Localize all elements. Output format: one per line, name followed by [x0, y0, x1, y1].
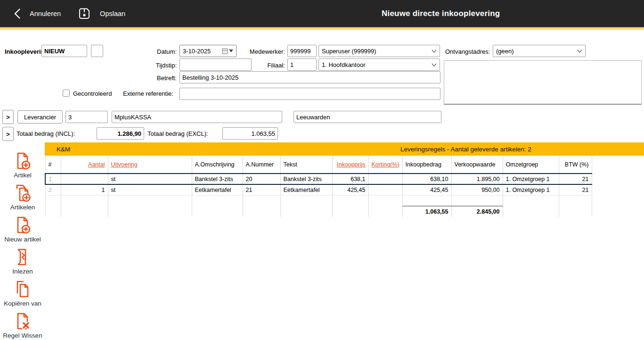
medewerker-value: Superuser (999999): [322, 48, 376, 55]
save-button[interactable]: Opslaan: [77, 6, 125, 21]
verkoopwaarde-total: 2.845,00: [451, 206, 503, 217]
save-label: Opslaan: [100, 10, 125, 17]
cell-nummer[interactable]: 20: [243, 174, 280, 184]
cell-inkoopprijs[interactable]: 425,45: [332, 184, 368, 195]
sidebar-item-inlezen[interactable]: Inlezen: [12, 247, 33, 275]
grid-title-bar: K&M Leveringsregels - Aantal geleverde a…: [45, 142, 644, 156]
leverancier-code-input[interactable]: [65, 111, 108, 123]
cell-inkoopbedrag[interactable]: 638,10: [402, 174, 451, 184]
col-header-verkoopwaarde: Verkoopwaarde: [451, 156, 503, 174]
cell-btw[interactable]: 21: [559, 184, 592, 195]
row-index: 2: [45, 184, 61, 195]
cancel-button[interactable]: Annuleren: [13, 8, 61, 20]
tijdstip-label: Tijdstip:: [132, 62, 177, 69]
leverancier-city-input[interactable]: [293, 111, 441, 123]
supplier-group-label: K&M: [57, 146, 70, 153]
table-row[interactable]: 2 1 st Eetkamertafel 21 Eetkamertafel 42…: [45, 184, 592, 195]
chevron-down-icon: [432, 50, 437, 53]
betreft-input[interactable]: [179, 71, 440, 83]
col-header-omzetgroep: Omzetgroep: [503, 156, 559, 174]
totaal-incl-label: Totaal bedrag (INCL):: [16, 130, 75, 137]
sidebar-item-regel-wissen[interactable]: Regel Wissen: [3, 311, 42, 339]
medewerker-code-input[interactable]: [287, 45, 317, 57]
leverancier-name-input[interactable]: [112, 111, 282, 123]
cell-tekst[interactable]: Eetkamertafel: [280, 184, 332, 195]
betreft-label: Betreft:: [132, 75, 177, 82]
sidebar-item-label: Kopiëren van: [4, 300, 41, 307]
filiaal-code-input[interactable]: [287, 58, 317, 71]
cell-omzetgroep[interactable]: 1. Omzetgroep 1: [503, 184, 559, 195]
table-row[interactable]: 1 1 st Bankstel 3-zits 20 Bankstel 3-zit…: [45, 174, 592, 184]
cell-korting[interactable]: [368, 174, 402, 184]
cell-korting[interactable]: [368, 184, 402, 195]
line-actions-sidebar: Artikel Artikelen: [0, 151, 45, 340]
table-header-row: # Aantal Uitvoering A.Omschrijving A.Num…: [45, 156, 592, 174]
cell-uitvoering[interactable]: st: [108, 174, 192, 184]
copy-icon: [13, 279, 32, 299]
filiaal-value: 1. Hoofdkantoor: [322, 61, 366, 68]
totaal-excl-input[interactable]: [222, 127, 278, 140]
sidebar-item-nieuw-artikel[interactable]: Nieuw artikel: [4, 215, 41, 243]
articles-add-icon: [13, 183, 32, 203]
col-header-aantal[interactable]: Aantal: [61, 156, 108, 174]
medewerker-label: Medewerker:: [238, 48, 285, 55]
article-add-icon: [13, 151, 32, 171]
ontvangstadres-value: (geen): [496, 48, 514, 55]
save-icon: [77, 6, 92, 21]
externe-referentie-label: Externe referentie:: [123, 90, 173, 97]
cell-inkoopprijs[interactable]: 638,1: [332, 174, 368, 184]
dropdown-arrow-icon: [229, 50, 233, 52]
cell-uitvoering[interactable]: st: [108, 184, 192, 195]
cell-nummer[interactable]: 21: [243, 184, 280, 195]
sidebar-item-artikel[interactable]: Artikel: [13, 151, 32, 179]
cell-omschrijving[interactable]: Eetkamertafel: [192, 184, 243, 195]
cell-omzetgroep[interactable]: 1. Omzetgroep 1: [503, 174, 559, 184]
leverancier-button[interactable]: Leverancier: [17, 110, 63, 124]
datum-value: 3-10-2025: [183, 48, 211, 55]
chevron-down-icon: [432, 63, 437, 66]
sidebar-item-label: Nieuw artikel: [4, 236, 41, 243]
delivery-lines-table: # Aantal Uitvoering A.Omschrijving A.Num…: [45, 156, 592, 217]
sidebar-item-label: Regel Wissen: [3, 332, 42, 339]
col-header-nummer: A.Nummer: [243, 156, 280, 174]
cell-verkoopwaarde[interactable]: 950,00: [451, 184, 503, 195]
inkooplevering-number-input[interactable]: [41, 45, 87, 57]
page-title: Nieuwe directe inkooplevering: [382, 0, 500, 27]
col-header-inkoopprijs[interactable]: Inkoopprijs: [332, 156, 368, 174]
inkooplevering-sub-input[interactable]: [91, 45, 103, 57]
ontvangstadres-label: Ontvangstadres:: [445, 48, 490, 55]
gecontroleerd-checkbox[interactable]: [63, 90, 70, 97]
totals-expand-button[interactable]: >: [2, 127, 14, 141]
cancel-label: Annuleren: [30, 10, 61, 17]
sidebar-item-label: Artikel: [14, 172, 32, 179]
cell-aantal[interactable]: 1: [61, 174, 108, 184]
ontvangstadres-select[interactable]: (geen): [493, 45, 586, 57]
cell-aantal[interactable]: 1: [61, 184, 108, 195]
cell-btw[interactable]: 21: [559, 174, 592, 184]
filiaal-label: Filiaal:: [238, 62, 285, 69]
gecontroleerd-label: Gecontroleerd: [73, 90, 112, 97]
col-header-omschrijving: A.Omschrijving: [192, 156, 243, 174]
cell-inkoopbedrag[interactable]: 425,45: [402, 184, 451, 195]
delete-row-icon: [13, 311, 32, 331]
filiaal-select[interactable]: 1. Hoofdkantoor: [318, 58, 440, 71]
col-header-korting[interactable]: Korting(%): [368, 156, 402, 174]
spacer-row: [45, 195, 592, 206]
medewerker-select[interactable]: Superuser (999999): [318, 45, 440, 57]
col-header-inkoopbedrag: Inkoopbedrag: [402, 156, 451, 174]
sidebar-item-kopieren-van[interactable]: Kopiëren van: [4, 279, 41, 307]
cell-omschrijving[interactable]: Bankstel 3-zits: [192, 174, 243, 184]
leverancier-expand-button[interactable]: >: [2, 110, 14, 124]
cell-tekst[interactable]: Bankstel 3-zits: [280, 174, 332, 184]
totaal-incl-input[interactable]: [97, 127, 144, 140]
cell-verkoopwaarde[interactable]: 1.895,00: [451, 174, 503, 184]
calendar-icon: [222, 48, 228, 54]
notes-textarea[interactable]: [444, 60, 642, 105]
sidebar-item-artikelen[interactable]: Artikelen: [10, 183, 35, 211]
datum-label: Datum:: [132, 48, 177, 55]
col-header-uitvoering[interactable]: Uitvoering: [108, 156, 192, 174]
externe-referentie-input[interactable]: [179, 88, 440, 100]
chevron-down-icon: [577, 50, 582, 53]
datum-datepicker[interactable]: 3-10-2025: [179, 45, 236, 57]
col-header-btw: BTW (%): [559, 156, 592, 174]
